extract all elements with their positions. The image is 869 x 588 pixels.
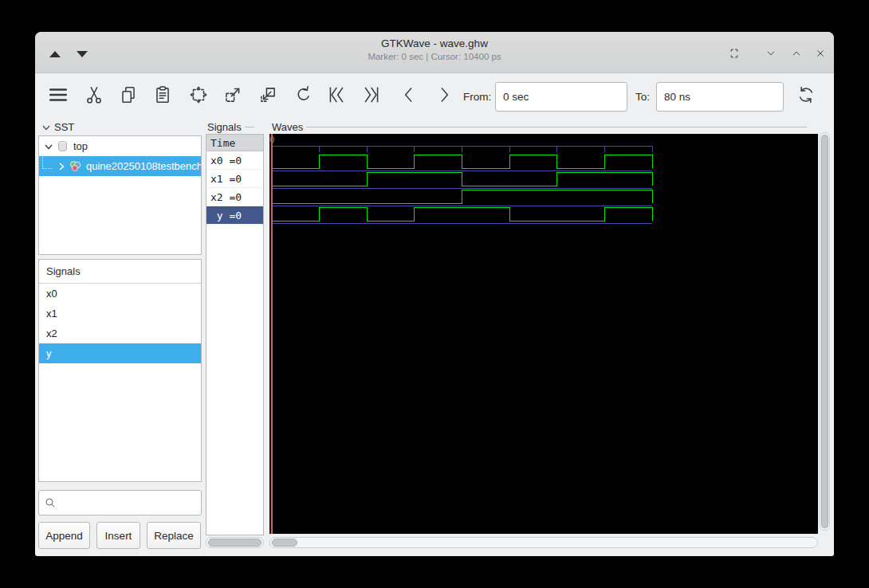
zoom-out-button[interactable]	[254, 80, 281, 111]
waves-frame-label: Waves	[272, 121, 807, 133]
scissors-icon	[84, 84, 104, 105]
close-icon	[813, 46, 828, 61]
expander-chevron-icon	[41, 123, 51, 132]
skip-to-start-button[interactable]	[323, 80, 350, 111]
undo-arrow-icon	[293, 84, 313, 105]
waves-hscrollbar-thumb[interactable]	[272, 539, 297, 547]
facility-row-y[interactable]: y	[39, 343, 201, 363]
titlebar-text: GTKWave - wave.ghw Marker: 0 sec | Curso…	[35, 37, 834, 61]
from-label: From:	[463, 91, 491, 103]
toolbar: From: To:	[35, 73, 834, 120]
zoom-in-button[interactable]	[219, 80, 246, 111]
maximize-button[interactable]	[789, 46, 804, 61]
zoom-fit-button[interactable]	[185, 80, 212, 111]
prev-edge-button[interactable]	[395, 80, 423, 111]
wave-canvas[interactable]: 0	[269, 134, 818, 534]
tree-item-label: quine20250108testbench	[86, 160, 201, 172]
waves-vscrollbar[interactable]	[820, 132, 830, 531]
wave-name-row-y[interactable]: y =0	[206, 206, 263, 225]
keep-above-button[interactable]	[727, 46, 741, 61]
cut-button[interactable]	[81, 80, 108, 111]
search-icon	[44, 496, 57, 509]
names-frame-label: Signals	[207, 121, 254, 133]
keep-above-icon	[727, 46, 741, 61]
waves-vscrollbar-thumb[interactable]	[821, 135, 828, 528]
time-column-header[interactable]: Time	[206, 135, 263, 151]
roll-up-icon[interactable]	[49, 51, 61, 57]
insert-button[interactable]: Insert	[96, 522, 140, 549]
sst-tree-item-top[interactable]: top	[39, 136, 201, 156]
gtkwave-window: GTKWave - wave.ghw Marker: 0 sec | Curso…	[35, 32, 834, 556]
skip-start-icon	[326, 84, 347, 105]
signal-search	[38, 490, 202, 515]
facility-row-x2[interactable]: x2	[39, 323, 201, 343]
copy-icon	[118, 84, 139, 105]
hamburger-menu-icon	[48, 84, 69, 105]
reload-icon	[796, 84, 816, 105]
zoom-out-icon	[258, 84, 278, 105]
expander-closed-icon[interactable]	[57, 162, 66, 171]
sst-label: SST	[54, 121, 74, 133]
chevron-left-icon	[399, 84, 419, 105]
waveform-plot: 0	[269, 134, 818, 534]
append-button[interactable]: Append	[38, 522, 90, 549]
names-hscrollbar[interactable]	[206, 537, 264, 548]
clipboard-paste-icon	[152, 84, 173, 105]
roll-down-icon[interactable]	[77, 51, 88, 57]
sst-tree-item-testbench[interactable]: quine20250108testbench	[39, 156, 201, 176]
to-time-input[interactable]	[656, 82, 784, 112]
to-label: To:	[635, 91, 650, 103]
skip-end-icon	[361, 84, 382, 105]
close-button[interactable]	[813, 46, 828, 61]
zoom-fit-icon	[188, 84, 209, 105]
wave-name-row-x1[interactable]: x1 =0	[206, 170, 263, 188]
sst-tree: top quine20250108testbench	[38, 135, 202, 255]
titlebar[interactable]: GTKWave - wave.ghw Marker: 0 sec | Curso…	[35, 32, 834, 73]
replace-button[interactable]: Replace	[147, 522, 201, 549]
chevron-right-icon	[434, 84, 454, 105]
marker-cursor-status: Marker: 0 sec | Cursor: 10400 ps	[35, 52, 834, 61]
signal-search-input[interactable]	[38, 490, 202, 515]
sst-section-header[interactable]: SST	[41, 121, 74, 133]
reload-button[interactable]	[792, 80, 820, 111]
chevron-down-icon	[764, 46, 778, 61]
copy-button[interactable]	[115, 80, 142, 111]
wave-names-panel: Time x0 =0 x1 =0 x2 =0 y =0	[206, 134, 264, 535]
facilities-panel: Signals x0 x1 x2 y	[38, 259, 202, 482]
wave-name-row-x0[interactable]: x0 =0	[206, 151, 263, 170]
next-edge-button[interactable]	[431, 80, 458, 111]
tree-item-label: top	[73, 140, 88, 152]
menu-button[interactable]	[45, 80, 72, 111]
facility-row-x0[interactable]: x0	[39, 284, 201, 304]
facilities-header: Signals	[39, 260, 201, 284]
skip-to-end-button[interactable]	[358, 80, 385, 111]
testbench-icon	[69, 159, 82, 173]
minimize-button[interactable]	[764, 46, 778, 61]
chevron-up-icon	[789, 46, 804, 61]
zoom-in-icon	[222, 84, 243, 105]
facility-row-x1[interactable]: x1	[39, 304, 201, 323]
paste-button[interactable]	[149, 80, 176, 111]
tree-guide-lines	[42, 149, 52, 169]
module-cylinder-icon	[56, 139, 69, 153]
undo-button[interactable]	[289, 80, 317, 111]
window-title: GTKWave - wave.ghw	[35, 37, 834, 49]
from-time-input[interactable]	[495, 82, 627, 112]
names-hscrollbar-thumb[interactable]	[208, 539, 261, 547]
wave-name-row-x2[interactable]: x2 =0	[206, 188, 263, 206]
waves-hscrollbar[interactable]	[269, 537, 818, 548]
